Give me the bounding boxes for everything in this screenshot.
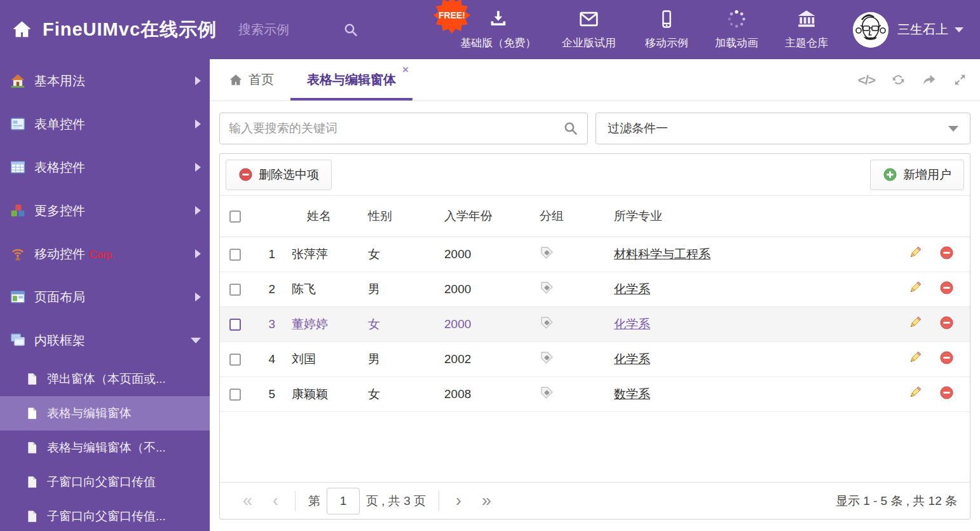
refresh-icon[interactable]: [890, 72, 906, 88]
cell-gender: 女: [363, 307, 439, 341]
row-checkbox[interactable]: [229, 354, 241, 366]
chevron-right-icon: [195, 120, 201, 128]
view-source-icon[interactable]: </>: [858, 72, 875, 88]
avatar: [853, 12, 888, 48]
sidebar: 基本用法 表单控件 表格控件 更多控件 移动控件 Corp. 页面布局: [0, 59, 210, 531]
prev-page-button[interactable]: ‹: [262, 492, 289, 509]
first-page-button[interactable]: «: [233, 492, 262, 509]
delete-icon[interactable]: [939, 350, 954, 368]
table-row: 4 刘国 男 2002 化学系: [220, 341, 970, 376]
nav-label: 基础版（免费）: [461, 36, 536, 50]
next-page-button[interactable]: ›: [446, 492, 472, 509]
chevron-right-icon: [195, 163, 201, 172]
edit-icon[interactable]: [908, 245, 922, 263]
app: FineUIMvc在线示例 FREE! 基础版（免费） 企业版试用 移动示例: [0, 0, 980, 531]
column-header-year: 入学年份: [439, 196, 534, 237]
search-icon[interactable]: [343, 22, 358, 38]
corp-badge: Corp.: [90, 249, 114, 261]
delete-icon[interactable]: [939, 245, 954, 263]
edit-icon[interactable]: [908, 350, 922, 368]
sidebar-item-label: 内联框架: [34, 332, 85, 349]
header-search-input[interactable]: [238, 22, 343, 37]
edit-icon[interactable]: [908, 315, 922, 333]
chevron-right-icon: [195, 206, 201, 215]
tab-toolbar: </>: [858, 59, 980, 100]
brand[interactable]: FineUIMvc在线示例: [11, 17, 217, 43]
search-icon[interactable]: [563, 121, 578, 136]
sidebar-subitem-child-to-parent[interactable]: 子窗口向父窗口传值: [0, 465, 210, 499]
tab-home[interactable]: 首页: [212, 59, 290, 100]
major-link[interactable]: 化学系: [614, 352, 650, 366]
nav-item-enterprise-trial[interactable]: 企业版试用: [546, 2, 632, 58]
filter-dropdown[interactable]: 过滤条件一: [595, 113, 970, 144]
page-number-input[interactable]: [327, 488, 360, 514]
table-row: 2 陈飞 男 2000 化学系: [220, 272, 970, 307]
cell-name: 张萍萍: [287, 237, 363, 272]
tab-grid-edit-window[interactable]: 表格与编辑窗体 ×: [290, 59, 412, 100]
row-checkbox[interactable]: [229, 389, 241, 401]
main-area: 首页 表格与编辑窗体 × </>: [210, 59, 980, 531]
plus-circle-icon: [883, 167, 897, 182]
sidebar-subitem-child-to-parent-2[interactable]: 子窗口向父窗口传值...: [0, 499, 210, 531]
record-summary: 显示 1 - 5 条 , 共 12 条: [836, 493, 957, 509]
delete-icon[interactable]: [939, 280, 954, 298]
frames-icon: [10, 332, 26, 348]
download-icon: [487, 8, 510, 30]
nav-item-loading-animations[interactable]: 加载动画: [702, 2, 772, 58]
sidebar-subitem-popup-window[interactable]: 弹出窗体（本页面或...: [0, 362, 210, 396]
cell-index: 5: [255, 376, 287, 411]
select-all-checkbox[interactable]: [229, 210, 241, 223]
sidebar-item-basic-usage[interactable]: 基本用法: [0, 59, 210, 102]
filter-row: 过滤条件一: [219, 113, 970, 144]
sidebar-item-page-layout[interactable]: 页面布局: [0, 275, 210, 319]
column-header-actions: [894, 196, 970, 237]
major-link[interactable]: 材料科学与工程系: [614, 247, 711, 261]
table-row: 1 张萍萍 女 2000 材料科学与工程系: [220, 237, 970, 272]
chevron-down-icon: [955, 27, 963, 32]
avatar-face: [853, 12, 888, 48]
keyword-search-input[interactable]: [229, 121, 563, 135]
major-link[interactable]: 化学系: [614, 317, 650, 331]
user-menu[interactable]: 三生石上: [853, 12, 963, 48]
last-page-button[interactable]: »: [472, 492, 501, 509]
sidebar-item-inline-frame[interactable]: 内联框架: [0, 319, 210, 362]
antenna-icon: [10, 245, 26, 262]
sidebar-item-label: 基本用法: [34, 72, 85, 90]
home-icon: [229, 73, 243, 87]
filter-dropdown-value: 过滤条件一: [608, 120, 668, 137]
share-icon[interactable]: [922, 72, 937, 88]
major-link[interactable]: 化学系: [614, 282, 650, 296]
expand-icon[interactable]: [953, 72, 967, 87]
sidebar-item-grid-controls[interactable]: 表格控件: [0, 146, 210, 189]
sidebar-item-more-controls[interactable]: 更多控件: [0, 189, 210, 232]
major-link[interactable]: 数学系: [614, 387, 650, 401]
user-grid: 姓名 性别 入学年份 分组 所学专业 1 张萍萍: [220, 196, 970, 412]
sidebar-item-label: 页面布局: [34, 289, 85, 306]
sidebar-item-mobile-controls[interactable]: 移动控件 Corp.: [0, 232, 210, 275]
nav-item-theme-repository[interactable]: 主题仓库: [772, 2, 841, 58]
edit-icon[interactable]: [908, 280, 922, 298]
edit-icon[interactable]: [908, 385, 922, 403]
delete-icon[interactable]: [939, 385, 954, 403]
sidebar-subitem-label: 子窗口向父窗口传值: [47, 474, 156, 490]
mobile-icon: [657, 8, 676, 30]
tab-bar: 首页 表格与编辑窗体 × </>: [210, 59, 980, 101]
row-checkbox[interactable]: [229, 284, 241, 296]
nav-item-basic-edition[interactable]: FREE! 基础版（免费）: [451, 2, 546, 58]
column-header-group: 分组: [534, 196, 608, 237]
file-icon: [25, 475, 39, 489]
delete-selected-button[interactable]: 删除选中项: [226, 160, 332, 190]
add-user-button[interactable]: 新增用户: [870, 160, 964, 190]
table-icon: [10, 159, 26, 176]
row-checkbox[interactable]: [229, 249, 241, 261]
sidebar-item-form-controls[interactable]: 表单控件: [0, 102, 210, 146]
delete-icon[interactable]: [939, 315, 954, 333]
nav-item-mobile-demo[interactable]: 移动示例: [632, 2, 702, 58]
pager-separator: [439, 491, 439, 511]
chevron-right-icon: [195, 293, 201, 301]
sidebar-subitem-grid-edit-window-2[interactable]: 表格与编辑窗体（不...: [0, 431, 210, 465]
row-checkbox[interactable]: [229, 319, 241, 331]
sidebar-subitem-grid-edit-window[interactable]: 表格与编辑窗体: [0, 396, 210, 431]
close-icon[interactable]: ×: [402, 64, 409, 75]
pager-separator: [295, 491, 296, 511]
